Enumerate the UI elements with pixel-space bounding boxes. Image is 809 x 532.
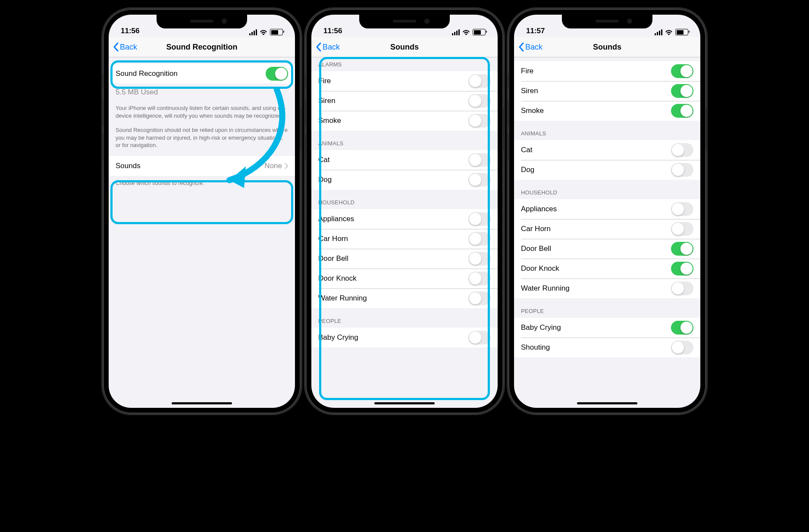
sound-toggle-siren[interactable] — [671, 84, 693, 98]
sound-toggle-car-horn[interactable] — [468, 232, 491, 246]
sound-toggle-fire[interactable] — [671, 64, 693, 78]
nav-bar: Back Sounds — [514, 37, 700, 57]
back-button[interactable]: Back — [518, 42, 542, 52]
sound-row-smoke[interactable]: Smoke — [311, 111, 498, 131]
sound-row-door-knock[interactable]: Door Knock — [514, 259, 700, 279]
section-header: ANIMALS — [311, 131, 498, 150]
nav-title: Sounds — [390, 43, 419, 52]
sound-row-car-horn[interactable]: Car Horn — [514, 219, 700, 239]
sound-recognition-toggle[interactable] — [266, 67, 288, 81]
sound-toggle-baby-crying[interactable] — [671, 321, 693, 335]
back-button[interactable]: Back — [113, 42, 137, 52]
sound-label: Cat — [318, 156, 468, 164]
sound-toggle-dog[interactable] — [671, 163, 693, 177]
sound-toggle-water-running[interactable] — [468, 291, 491, 305]
sound-label: Baby Crying — [318, 333, 468, 342]
sound-label: Car Horn — [521, 225, 671, 233]
sound-toggle-appliances[interactable] — [671, 202, 693, 216]
sound-label: Dog — [318, 175, 468, 184]
phone-sounds-all-off: 11:56 Back Sounds ALARMSFireSirenSmokeAN… — [305, 9, 504, 414]
notch — [157, 15, 247, 28]
sound-toggle-door-bell[interactable] — [468, 252, 491, 266]
sound-row-siren[interactable]: Siren — [514, 81, 700, 101]
storage-used-label: 5.5 MB Used — [109, 84, 295, 101]
home-indicator[interactable] — [172, 402, 232, 404]
sound-toggle-smoke[interactable] — [671, 104, 693, 118]
sound-row-fire[interactable]: Fire — [311, 71, 498, 91]
sound-row-dog[interactable]: Dog — [311, 170, 498, 190]
section-header: PEOPLE — [514, 298, 700, 318]
sound-row-smoke[interactable]: Smoke — [514, 101, 700, 121]
back-label: Back — [323, 43, 340, 52]
sounds-label: Sounds — [116, 162, 264, 170]
sound-label: Shouting — [521, 343, 671, 352]
phone-sound-recognition: 11:56 Back Sound Recognition Sound Recog… — [103, 9, 301, 414]
sound-row-car-horn[interactable]: Car Horn — [311, 229, 498, 249]
sound-toggle-door-knock[interactable] — [671, 262, 693, 275]
nav-title: Sound Recognition — [166, 43, 238, 52]
sound-row-siren[interactable]: Siren — [311, 91, 498, 111]
wifi-icon — [260, 29, 267, 35]
section-header: HOUSEHOLD — [514, 180, 700, 199]
sound-toggle-baby-crying[interactable] — [468, 331, 491, 344]
sound-label: Fire — [521, 67, 671, 75]
sound-toggle-fire[interactable] — [468, 74, 491, 88]
sound-label: Door Knock — [521, 264, 671, 273]
sound-row-door-bell[interactable]: Door Bell — [311, 249, 498, 269]
notch — [562, 15, 652, 28]
sound-label: Water Running — [521, 284, 671, 293]
chevron-left-icon — [113, 42, 119, 52]
sound-row-water-running[interactable]: Water Running — [514, 279, 700, 298]
home-indicator[interactable] — [374, 402, 435, 404]
sounds-value: None — [264, 162, 282, 170]
sound-row-door-knock[interactable]: Door Knock — [311, 269, 498, 288]
sounds-footer: Choose which sounds to recognize. — [109, 176, 295, 191]
sound-label: Siren — [318, 97, 468, 105]
sound-toggle-door-knock[interactable] — [468, 272, 491, 285]
sound-label: Dog — [521, 166, 671, 174]
sound-row-fire[interactable]: Fire — [514, 61, 700, 81]
sound-label: Door Bell — [318, 254, 468, 263]
sound-toggle-smoke[interactable] — [468, 114, 491, 128]
status-time: 11:57 — [526, 27, 545, 35]
sound-label: Smoke — [318, 116, 468, 125]
sound-toggle-shouting[interactable] — [671, 341, 693, 354]
section-header: PEOPLE — [311, 308, 498, 328]
chevron-right-icon — [285, 163, 288, 169]
sound-row-dog[interactable]: Dog — [514, 160, 700, 180]
back-label: Back — [525, 43, 542, 52]
sound-row-cat[interactable]: Cat — [311, 150, 498, 170]
sound-row-cat[interactable]: Cat — [514, 140, 700, 160]
nav-bar: Back Sound Recognition — [109, 37, 295, 57]
sound-toggle-appliances[interactable] — [468, 212, 491, 226]
nav-title: Sounds — [593, 43, 621, 52]
sound-toggle-door-bell[interactable] — [671, 242, 693, 256]
sound-row-baby-crying[interactable]: Baby Crying — [311, 328, 498, 347]
sound-row-shouting[interactable]: Shouting — [514, 338, 700, 357]
sound-row-appliances[interactable]: Appliances — [311, 209, 498, 229]
sound-row-door-bell[interactable]: Door Bell — [514, 239, 700, 259]
status-time: 11:56 — [323, 27, 342, 35]
description-text-1: Your iPhone will continuously listen for… — [109, 101, 295, 123]
sound-toggle-water-running[interactable] — [671, 282, 693, 295]
sound-toggle-cat[interactable] — [671, 143, 693, 157]
back-button[interactable]: Back — [316, 42, 340, 52]
sounds-row[interactable]: Sounds None — [109, 156, 295, 176]
cellular-signal-icon — [655, 29, 662, 35]
wifi-icon — [462, 29, 470, 35]
sound-toggle-siren[interactable] — [468, 94, 491, 108]
cellular-signal-icon — [452, 29, 460, 35]
sound-label: Appliances — [521, 205, 671, 213]
sound-recognition-toggle-row[interactable]: Sound Recognition — [109, 64, 295, 84]
sound-toggle-car-horn[interactable] — [671, 222, 693, 236]
home-indicator[interactable] — [577, 402, 637, 404]
sound-row-baby-crying[interactable]: Baby Crying — [514, 318, 700, 338]
back-label: Back — [120, 43, 137, 52]
sound-row-water-running[interactable]: Water Running — [311, 288, 498, 308]
sound-toggle-cat[interactable] — [468, 153, 491, 167]
sound-label: Door Bell — [521, 244, 671, 253]
sound-label: Baby Crying — [521, 323, 671, 332]
battery-icon — [473, 29, 486, 35]
sound-toggle-dog[interactable] — [468, 173, 491, 187]
sound-row-appliances[interactable]: Appliances — [514, 199, 700, 219]
